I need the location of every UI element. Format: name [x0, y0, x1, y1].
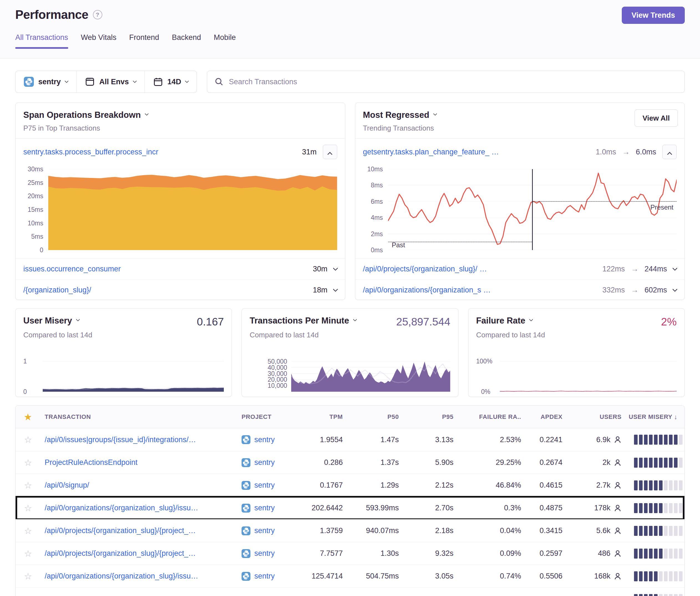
python-project-icon: [242, 481, 250, 490]
column-header-failure-rate[interactable]: FAILURE RA..: [479, 413, 521, 420]
transaction-link[interactable]: /api/0/projects/{organization_slug}/{pro…: [45, 549, 196, 558]
table-row[interactable]: ☆ /api/0/organizations/{organization_slu…: [16, 496, 684, 519]
trend-from-value: 1.0ms: [596, 148, 616, 156]
span-op-link[interactable]: /{organization_slug}/: [23, 286, 91, 294]
environment-filter[interactable]: All Envs: [77, 71, 145, 93]
search-input[interactable]: [229, 78, 677, 86]
collapse-button[interactable]: [323, 145, 337, 159]
p95-value: 3.05s: [435, 572, 453, 580]
regressed-panel-title-dropdown[interactable]: Most Regressed: [363, 110, 436, 120]
table-row[interactable]: ☆ /api/0/projects/{organization_slug}/{p…: [16, 542, 684, 565]
transaction-link[interactable]: /api/0/issues|groups/{issue_id}/integrat…: [45, 436, 196, 444]
table-row[interactable]: ☆ /api/0/issues|groups/{issue_id}/integr…: [16, 428, 684, 451]
favorite-star-icon[interactable]: ★: [16, 411, 41, 422]
span-op-link[interactable]: sentry.tasks.process_buffer.process_incr: [23, 148, 158, 156]
favorite-star-icon[interactable]: ☆: [24, 571, 32, 581]
trend-to-value: 602ms: [645, 286, 667, 294]
project-link[interactable]: sentry: [254, 481, 275, 490]
chevron-up-icon: [667, 152, 672, 157]
tpm-title-dropdown[interactable]: Transactions Per Minute: [250, 316, 356, 326]
table-row[interactable]: ☆ /api/0/projects/{organization_slug}/{p…: [16, 519, 684, 542]
y-tick: 25ms: [16, 179, 43, 186]
span-op-value: 18m: [313, 286, 328, 294]
transaction-link[interactable]: /api/0/signup/: [45, 481, 89, 489]
expand-button[interactable]: [334, 288, 337, 292]
regressed-transaction-link[interactable]: /api/0/organizations/{organization_s …: [363, 286, 491, 294]
arrow-right-icon: →: [631, 265, 639, 273]
project-link[interactable]: sentry: [254, 436, 275, 444]
failure-rate-title-dropdown[interactable]: Failure Rate: [476, 316, 532, 326]
span-panel-subtitle: P75 in Top Transactions: [23, 124, 337, 132]
trend-from-value: 332ms: [602, 286, 625, 294]
span-panel-title-dropdown[interactable]: Span Operations Breakdown: [23, 110, 148, 120]
column-header-tpm[interactable]: TPM: [329, 413, 343, 420]
chevron-down-icon: [76, 317, 80, 321]
project-link[interactable]: sentry: [254, 572, 275, 580]
regressed-transaction-link[interactable]: getsentry.tasks.plan_change_feature_ …: [363, 148, 499, 156]
favorite-star-icon[interactable]: ☆: [24, 481, 32, 490]
expand-button[interactable]: [673, 267, 677, 271]
y-tick: 100%: [476, 358, 493, 365]
expand-button[interactable]: [334, 267, 337, 271]
favorite-star-icon[interactable]: ☆: [24, 549, 32, 559]
regressed-transaction-link[interactable]: /api/0/projects/{organization_slug}/ …: [363, 265, 487, 273]
tab-web-vitals[interactable]: Web Vitals: [81, 33, 117, 49]
y-tick: 5ms: [16, 233, 43, 240]
favorite-star-icon[interactable]: ☆: [24, 503, 32, 513]
tab-frontend[interactable]: Frontend: [129, 33, 159, 49]
chevron-down-icon: [333, 265, 338, 270]
span-panel-head: Span Operations Breakdown P75 in Top Tra…: [16, 103, 345, 138]
project-link[interactable]: sentry: [254, 526, 275, 535]
table-row[interactable]: ☆: [16, 588, 684, 596]
chevron-down-icon: [353, 317, 357, 321]
search-box: [207, 71, 685, 93]
past-label: Past: [392, 241, 405, 249]
table-row[interactable]: ☆ /api/0/organizations/{organization_slu…: [16, 565, 684, 588]
transaction-link[interactable]: /api/0/organizations/{organization_slug}…: [45, 572, 198, 580]
p50-value: 1.29s: [380, 481, 399, 490]
p50-value: 504.75ms: [366, 572, 399, 580]
y-tick: 6ms: [355, 198, 383, 205]
table-row[interactable]: ☆ /api/0/signup/ sentry 0.1767 1.29s 2.1…: [16, 474, 684, 496]
chevron-down-icon: [672, 287, 677, 292]
users-count: 486: [598, 549, 610, 558]
trend-to-value: 6.0ms: [636, 148, 656, 156]
tab-mobile[interactable]: Mobile: [214, 33, 236, 49]
column-header-p95[interactable]: P95: [442, 413, 453, 420]
table-row[interactable]: ☆ ProjectRuleActionsEndpoint sentry 0.28…: [16, 451, 684, 474]
window-icon: [85, 77, 95, 87]
user-icon: [614, 527, 622, 535]
expand-button[interactable]: [673, 288, 677, 292]
project-filter[interactable]: sentry: [16, 71, 76, 93]
help-icon[interactable]: ?: [93, 10, 102, 19]
project-link[interactable]: sentry: [254, 504, 275, 512]
column-header-transaction[interactable]: TRANSACTION: [41, 413, 239, 420]
date-range-filter[interactable]: 14D: [145, 71, 197, 93]
failure-rate-value: 0.04%: [500, 526, 521, 535]
user-misery-bars: [634, 481, 684, 490]
search-icon: [215, 77, 224, 86]
transaction-link[interactable]: /api/0/organizations/{organization_slug}…: [45, 504, 198, 512]
span-op-row: issues.occurrence_consumer 30m: [16, 258, 345, 279]
tab-backend[interactable]: Backend: [172, 33, 201, 49]
project-link[interactable]: sentry: [254, 458, 275, 467]
favorite-star-icon[interactable]: ☆: [24, 526, 32, 536]
favorite-star-icon[interactable]: ☆: [24, 458, 32, 468]
transaction-link[interactable]: ProjectRuleActionsEndpoint: [45, 458, 138, 467]
tab-all-transactions[interactable]: All Transactions: [15, 33, 68, 49]
column-header-apdex[interactable]: APDEX: [541, 413, 562, 420]
column-header-users[interactable]: USERS: [600, 413, 622, 420]
view-all-button[interactable]: View All: [634, 109, 678, 127]
project-link[interactable]: sentry: [254, 549, 275, 558]
y-tick: 0: [16, 247, 43, 254]
view-trends-button[interactable]: View Trends: [622, 7, 685, 24]
column-header-p50[interactable]: P50: [388, 413, 399, 420]
collapse-button[interactable]: [662, 145, 677, 159]
regressed-panel-head: Most Regressed Trending Transactions Vie…: [355, 103, 685, 138]
transaction-link[interactable]: /api/0/projects/{organization_slug}/{pro…: [45, 526, 196, 535]
column-header-user-misery[interactable]: USER MISERY ↓: [629, 413, 684, 421]
column-header-project[interactable]: PROJECT: [239, 413, 293, 420]
span-op-link[interactable]: issues.occurrence_consumer: [23, 265, 121, 273]
user-misery-title-dropdown[interactable]: User Misery: [23, 316, 79, 326]
favorite-star-icon[interactable]: ☆: [24, 435, 32, 445]
